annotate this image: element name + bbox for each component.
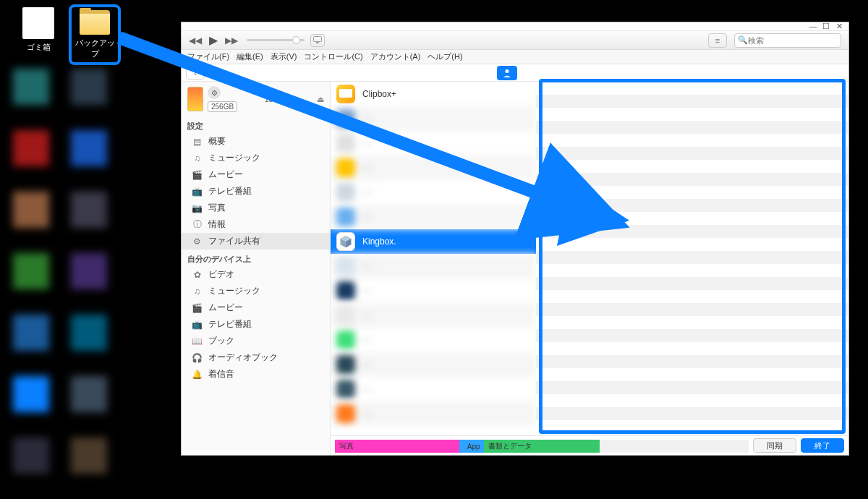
app-row[interactable]: ···· [331, 377, 536, 401]
app-icon [336, 134, 355, 153]
volume-slider[interactable] [247, 39, 305, 41]
app-row[interactable]: ···· [331, 106, 536, 131]
headphone-icon: 🎧 [192, 353, 203, 363]
sidebar-item-audiobook[interactable]: 🎧オーディオブック [182, 349, 330, 366]
desktop-icon-blur [13, 376, 49, 412]
sidebar-item-music[interactable]: ♫ミュージック [182, 150, 330, 166]
desktop-icon-blur [71, 376, 107, 412]
file-row [536, 342, 848, 355]
eject-button[interactable]: ⏏ [317, 95, 324, 104]
app-row[interactable]: ···· [331, 401, 536, 426]
file-row [536, 160, 848, 173]
battery-text: 100% ▮ [265, 95, 289, 103]
sidebar-item-label: オーディオブック [208, 351, 278, 364]
sidebar-item-summary[interactable]: ▤概要 [182, 133, 330, 150]
recycle-bin-icon [22, 7, 54, 39]
sidebar-item-books[interactable]: 📖ブック [182, 333, 330, 349]
app-row[interactable]: ···· [331, 303, 536, 328]
sidebar-item-movies[interactable]: 🎬ムービー [182, 166, 330, 183]
window-maximize[interactable]: ☐ [821, 22, 831, 32]
file-row [536, 134, 848, 147]
gear-icon[interactable]: ⚙ [208, 86, 221, 99]
backup-folder[interactable]: バックアップ [69, 4, 121, 65]
app-row[interactable]: ···· [331, 328, 536, 352]
search-field[interactable]: 🔍 [734, 33, 841, 48]
recycle-bin[interactable]: ゴミ箱 [13, 7, 64, 53]
next-track-button[interactable]: ▶▶ [225, 35, 238, 46]
app-icon [336, 281, 355, 300]
desktop-icon-blur [13, 192, 49, 228]
sidebar-item-photos[interactable]: 📷写真 [182, 200, 330, 216]
sidebar-item-movies2[interactable]: 🎬ムービー [182, 299, 330, 316]
search-input[interactable] [748, 36, 838, 45]
window-minimize[interactable]: — [808, 22, 818, 32]
window-close[interactable]: ✕ [834, 22, 844, 32]
sidebar-item-video[interactable]: ✿ビデオ [182, 266, 330, 283]
app-row[interactable]: ···· [331, 205, 536, 229]
app-label: ···· [362, 384, 372, 394]
app-row[interactable]: ···· [331, 131, 536, 155]
app-label: Kingbox. [362, 236, 396, 247]
sidebar-item-label: 概要 [208, 135, 226, 148]
sidebar-item-tv[interactable]: 📺テレビ番組 [182, 183, 330, 200]
menu-edit[interactable]: 編集(E) [237, 51, 263, 62]
file-row [536, 290, 848, 303]
itunes-window: — ☐ ✕ ◀◀ ▶ ▶▶ ≡ 🔍 [181, 22, 849, 456]
device-header: ⚙ 256GB 100% ▮ ⏏ [182, 82, 330, 116]
view-mode-button[interactable]: ≡ [708, 33, 727, 48]
file-row [536, 277, 848, 290]
menu-help[interactable]: ヘルプ(H) [427, 51, 462, 62]
app-label: ···· [362, 138, 372, 148]
app-row[interactable]: ···· [331, 155, 536, 180]
usage-label: 写真 [339, 441, 354, 451]
sidebar-item-label: ブック [208, 335, 234, 347]
sidebar-item-label: ファイル共有 [208, 235, 260, 247]
app-icon [336, 330, 355, 349]
prev-track-button[interactable]: ◀◀ [189, 35, 202, 46]
device-sidebar: ⚙ 256GB 100% ▮ ⏏ 設定 ▤概要 ♫ミュージック 🎬ムービー 📺テ… [182, 82, 331, 455]
movie-icon: 🎬 [192, 303, 203, 313]
volume-slider-thumb[interactable] [292, 36, 300, 44]
sidebar-item-info[interactable]: ⓘ情報 [182, 216, 330, 233]
sidebar-item-label: 着信音 [208, 368, 234, 380]
app-icon [336, 109, 355, 128]
sidebar-item-label: テレビ番組 [208, 318, 252, 330]
app-row[interactable]: ···· [331, 254, 536, 278]
app-row-clipbox[interactable]: Clipbox+ [331, 82, 536, 106]
app-row[interactable]: ···· [331, 278, 536, 303]
done-button[interactable]: 終了 [801, 438, 844, 453]
sidebar-item-tv2[interactable]: 📺テレビ番組 [182, 316, 330, 333]
airplay-button[interactable] [310, 34, 325, 47]
app-row-kingbox[interactable]: Kingbox. [331, 229, 536, 254]
file-row [536, 95, 848, 108]
menu-control[interactable]: コントロール(C) [304, 51, 362, 62]
app-label: ···· [362, 335, 372, 345]
sidebar-item-music2[interactable]: ♫ミュージック [182, 283, 330, 299]
menubar: ファイル(F) 編集(E) 表示(V) コントロール(C) アカウント(A) ヘ… [182, 50, 848, 64]
sidebar-item-label: ミュージック [208, 152, 260, 164]
app-label: ···· [362, 187, 372, 197]
app-row[interactable]: ···· [331, 352, 536, 377]
menu-view[interactable]: 表示(V) [271, 51, 297, 62]
video-icon: ✿ [192, 270, 203, 280]
folder-icon [80, 10, 110, 35]
recycle-bin-label: ゴミ箱 [13, 42, 64, 53]
app-icon [336, 158, 355, 177]
file-row [536, 303, 848, 316]
file-drop-pane[interactable] [536, 82, 848, 435]
sync-button[interactable]: 同期 [753, 438, 796, 453]
back-button[interactable]: ‹ [186, 67, 205, 80]
sidebar-item-file-sharing[interactable]: ⚙ファイル共有 [182, 233, 330, 250]
sidebar-item-ringtone[interactable]: 🔔着信音 [182, 366, 330, 383]
file-row [536, 251, 848, 264]
file-row [536, 355, 848, 368]
app-row[interactable]: ···· [331, 180, 536, 205]
menu-file[interactable]: ファイル(F) [187, 51, 229, 62]
account-chip[interactable] [497, 66, 517, 80]
play-button[interactable]: ▶ [209, 33, 218, 47]
menu-account[interactable]: アカウント(A) [370, 51, 421, 62]
file-row [536, 407, 848, 420]
music-icon: ♫ [192, 153, 203, 163]
desktop-icon-blur [13, 69, 49, 105]
file-row [536, 381, 848, 394]
